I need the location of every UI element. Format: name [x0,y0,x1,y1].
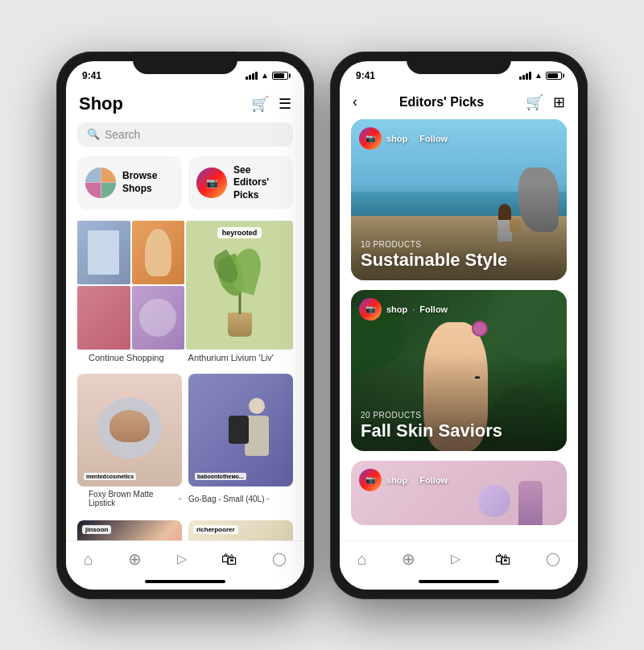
nav-profile-right[interactable]: ◯ [539,549,567,569]
continue-shopping-label: Continue Shopping [89,353,164,362]
nav-search-left[interactable]: ⊕ [122,548,148,570]
product-cell-2 [132,221,185,284]
product-cell-4 [132,286,185,350]
search-icon: 🔍 [87,128,100,140]
store-product-label: Anthurium Livium 'Liv' [188,353,274,362]
card-2-top: 📷 shop · Follow [359,298,448,321]
card-1-dot: · [412,134,415,143]
baboon-caption: Go-Bag - Small (40L) » [188,490,282,507]
jinsoon-card[interactable]: jinsoon [77,520,182,540]
wifi-icon-right: ▲ [535,72,543,80]
card-1-follow[interactable]: Follow [419,134,448,143]
nav-shop-left[interactable]: 🛍 [215,548,244,570]
card-2-follow[interactable]: Follow [419,304,448,314]
signal-icon-right [519,72,531,80]
search-bar[interactable]: 🔍 Search [77,122,293,147]
battery-icon-right [546,72,562,80]
shop-cards-section: mentedcosmetics [66,374,304,517]
card-2-bottom: 20 PRODUCTS Fall Skin Saviors [361,411,557,441]
status-time-right: 9:41 [356,70,375,81]
editors-picks-label: See Editors' Picks [233,164,285,202]
shop-card-baboon[interactable]: baboontotheмо... [188,374,293,486]
ig-symbol-2: 📷 [365,304,375,313]
mented-caption: Foxy Brown Matte Lipstick » [89,490,182,507]
back-button[interactable]: ‹ [353,93,357,110]
shop-nav-icon-right: 🛍 [495,551,511,567]
store-name: heyrooted [222,229,258,237]
store-name-tag: heyrooted [217,227,262,238]
home-indicator-left [66,573,304,590]
card-2-ig-avatar: 📷 [359,298,382,321]
browse-shops-card[interactable]: Browse Shops [77,156,182,210]
third-card[interactable]: 📷 shop · Follow [351,461,567,525]
nav-search-right[interactable]: ⊕ [395,548,422,570]
battery-icon [272,72,288,80]
editors-header: ‹ Editors' Picks 🛒 ⊞ [340,87,578,119]
search-nav-icon-right: ⊕ [402,551,415,567]
product-cell-1 [77,221,130,284]
card-1-title: Sustainable Style [361,250,557,270]
ig-symbol-3: 📷 [365,475,375,484]
notch-right [407,52,511,74]
continue-right-plant: heyrooted [186,221,293,350]
shop-header-icons: 🛒 ☰ [251,95,291,113]
card-1-bottom: 10 PRODUCTS Sustainable Style [361,240,557,270]
wifi-icon: ▲ [261,72,269,80]
editors-cart-icon[interactable]: 🛒 [526,93,543,111]
cart-icon[interactable]: 🛒 [251,95,269,113]
menu-icon[interactable]: ☰ [279,95,291,113]
card-3-shop-name: shop [386,475,407,485]
right-screen-content: ‹ Editors' Picks 🛒 ⊞ [340,87,578,540]
reels-nav-icon-right: ▷ [451,553,460,565]
nav-home-left[interactable]: ⌂ [77,548,100,570]
mented-caption-text: Foxy Brown Matte Lipstick [89,490,177,507]
browse-shops-label: Browse Shops [122,170,174,195]
home-nav-icon: ⌂ [84,551,93,567]
bottom-shops: jinsoon richerpoorer [66,520,304,540]
nav-reels-right[interactable]: ▷ [444,549,467,569]
card-2-shop-name: shop [386,304,407,314]
browse-avatar-img [85,168,116,198]
bottom-nav-left: ⌂ ⊕ ▷ 🛍 ◯ [66,540,304,573]
mented-overlay: mentedcosmetics [77,462,182,486]
shop-header: Shop 🛒 ☰ [66,87,304,122]
shop-nav-icon: 🛍 [221,551,237,567]
bottom-shops-grid: jinsoon richerpoorer [77,520,293,540]
nav-profile-left[interactable]: ◯ [266,549,293,569]
bottom-nav-right: ⌂ ⊕ ▷ 🛍 ◯ [340,540,578,573]
continue-shopping-caption: Continue Shopping Anthurium Livium 'Liv' [77,350,293,371]
nav-shop-right[interactable]: 🛍 [489,548,518,570]
card-3-top: 📷 shop · Follow [359,469,448,491]
editors-header-icons: 🛒 ⊞ [526,93,565,111]
card-3-dot: · [412,475,415,485]
search-placeholder: Search [105,128,140,141]
editors-bookmark-icon[interactable]: ⊞ [553,93,565,111]
sustainable-style-card[interactable]: 📷 shop · Follow 10 PRODUCTS Sustainable … [351,119,567,280]
card-3-follow[interactable]: Follow [419,475,448,485]
baboon-chevron: » [266,495,269,503]
fall-skin-img: 📷 shop · Follow 20 PRODUCTS Fall Skin Sa… [351,290,567,451]
ig-symbol: 📷 [365,134,375,143]
fall-skin-card[interactable]: 📷 shop · Follow 20 PRODUCTS Fall Skin Sa… [351,290,567,451]
shop-card-mented[interactable]: mentedcosmetics [77,374,182,486]
quick-actions: Browse Shops 📷 See Editors' Picks [66,156,304,221]
mented-chevron: » [179,495,182,503]
editors-title: Editors' Picks [399,95,484,110]
shop-title: Shop [79,93,123,114]
richerpoorer-label: richerpoorer [193,525,238,534]
richerpoorer-card[interactable]: richerpoorer [188,520,293,540]
signal-icon [246,72,258,80]
sustainable-style-img: 📷 shop · Follow 10 PRODUCTS Sustainable … [351,119,567,280]
notch [133,52,237,74]
card-1-shop-name: shop [386,134,407,143]
left-screen-content: Shop 🛒 ☰ 🔍 Search [66,87,304,540]
editors-picks-card[interactable]: 📷 See Editors' Picks [188,156,293,210]
nav-reels-left[interactable]: ▷ [171,549,193,569]
status-icons-left: ▲ [246,72,288,80]
card-1-count: 10 PRODUCTS [361,240,557,249]
baboon-name: baboontotheмо... [195,473,246,480]
card-1-ig-avatar: 📷 [359,127,382,150]
baboon-caption-text: Go-Bag - Small (40L) [188,495,264,503]
nav-home-right[interactable]: ⌂ [351,548,374,570]
card-1-top: 📷 shop · Follow [359,127,448,150]
